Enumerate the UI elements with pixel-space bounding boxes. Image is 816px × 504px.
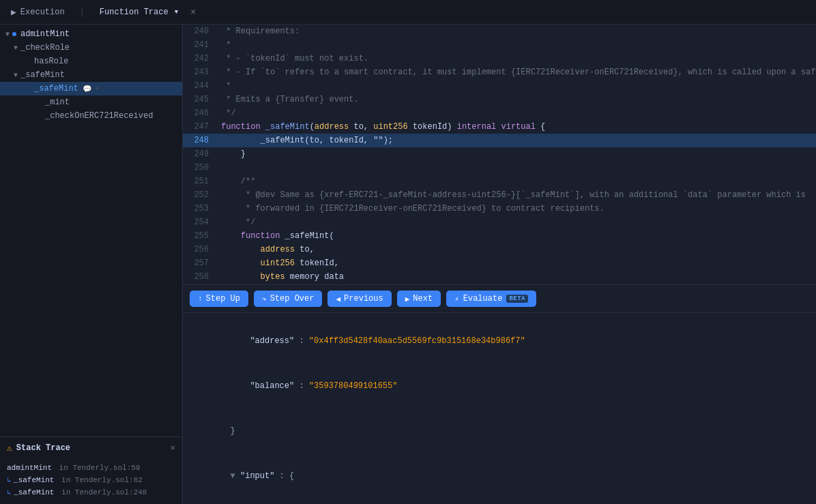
- code-line-257: 257 uint256 tokenId,: [183, 256, 816, 270]
- json-to-line: "to" : "0x4ff3d5428f40aac5d5569fc9b31516…: [191, 499, 808, 504]
- evaluate-label: Evaluate: [463, 294, 503, 303]
- execution-tab[interactable]: ▶ Execution: [5, 4, 70, 20]
- data-panel[interactable]: "address" : "0x4ff3d5428f40aac5d5569fc9b…: [183, 313, 816, 504]
- function-trace-tab[interactable]: Function Trace ▼ ×: [94, 4, 204, 20]
- left-panel: ▼ admintMint ▼ _checkRole hasRole ▼ _saf…: [0, 25, 183, 504]
- tree-label-safeMint2: _safeMint: [34, 84, 78, 93]
- next-label: Next: [413, 294, 433, 303]
- stack-item-0[interactable]: admintMint in Tenderly.sol:59: [0, 462, 182, 474]
- stack-trace-items: admintMint in Tenderly.sol:59 ↳ _safeMin…: [0, 459, 182, 504]
- code-line-251: 251 /**: [183, 175, 816, 188]
- code-line-245: 245 * Emits a {Transfer} event.: [183, 93, 816, 106]
- step-over-label: Step Over: [270, 294, 315, 303]
- code-line-249: 249 }: [183, 147, 816, 161]
- tree-item-admintMint[interactable]: ▼ admintMint: [0, 27, 182, 41]
- code-line-256: 256 address to,: [183, 243, 816, 256]
- stack-arrow-1: ↳: [7, 476, 11, 484]
- stack-fn-1: _safeMint: [14, 476, 54, 484]
- json-balance-line: "balance" : "3593780499101655": [191, 364, 808, 409]
- expand-arrow: ▼: [14, 72, 18, 79]
- chat-icon: 💬: [83, 85, 92, 93]
- json-address-line: "address" : "0x4ff3d5428f40aac5d5569fc9b…: [191, 318, 808, 364]
- stack-trace-header: ⚠ Stack Trace ×: [0, 437, 182, 459]
- stack-trace-close-button[interactable]: ×: [170, 443, 175, 454]
- code-editor[interactable]: 240 * Requirements: 241 * 242 * - `token…: [183, 25, 816, 284]
- execution-label: Execution: [20, 8, 65, 17]
- tree-label-mint: _mint: [45, 98, 70, 107]
- json-input-open: ▼ "input" : {: [191, 454, 808, 499]
- code-line-255: 255 function _safeMint(: [183, 229, 816, 243]
- code-line-250: 250: [183, 161, 816, 175]
- warning-icon: ⚠: [7, 443, 12, 454]
- tree-label-safeMint1: _safeMint: [20, 70, 65, 80]
- stack-trace-title: Stack Trace: [16, 443, 70, 453]
- stack-fn-2: _safeMint: [14, 488, 54, 496]
- code-line-248: 248 _safeMint(to, tokenId, "");: [183, 134, 816, 147]
- stack-loc-2: in Tenderly.sol:248: [57, 488, 147, 496]
- code-line-258: 258 bytes memory data: [183, 270, 816, 284]
- tree-label-hasRole: hasRole: [34, 57, 68, 66]
- json-close-brace-1: }: [191, 409, 808, 454]
- code-line-252: 252 * @dev Same as {xref-ERC721-_safeMin…: [183, 188, 816, 202]
- top-bar: ▶ Execution | Function Trace ▼ ×: [0, 0, 816, 25]
- step-over-button[interactable]: ↷ Step Over: [254, 291, 322, 307]
- stack-fn-0: admintMint: [7, 464, 52, 472]
- code-line-242: 242 * - `tokenId` must not exist.: [183, 52, 816, 65]
- code-line-240: 240 * Requirements:: [183, 25, 816, 38]
- chevron-down-icon: ▼: [175, 9, 178, 16]
- tree-item-safeMint1[interactable]: ▼ _safeMint: [0, 68, 182, 82]
- tree-label-checkRole: _checkRole: [20, 43, 70, 53]
- code-line-244: 244 *: [183, 79, 816, 93]
- tree-label-admintMint: admintMint: [20, 29, 70, 39]
- function-trace-tree: ▼ admintMint ▼ _checkRole hasRole ▼ _saf…: [0, 25, 182, 436]
- code-line-243: 243 * - If `to` refers to a smart contra…: [183, 65, 816, 79]
- next-button[interactable]: ▶ Next: [397, 291, 441, 307]
- step-up-icon: ↑: [198, 295, 203, 303]
- evaluate-icon: ⚡: [454, 295, 459, 303]
- right-panel: 240 * Requirements: 241 * 242 * - `token…: [183, 25, 816, 504]
- tree-label-checkOnERC721Received: _checkOnERC721Received: [45, 111, 153, 121]
- execution-icon: ▶: [11, 7, 16, 18]
- tree-item-hasRole[interactable]: hasRole: [0, 55, 182, 68]
- expand-arrow: ▼: [14, 44, 18, 52]
- code-line-241: 241 *: [183, 38, 816, 52]
- stack-loc-0: in Tenderly.sol:59: [55, 464, 140, 472]
- tree-item-safeMint2[interactable]: _safeMint 💬 +: [0, 82, 182, 95]
- previous-button[interactable]: ◀ Previous: [327, 291, 391, 307]
- function-trace-close[interactable]: ×: [188, 7, 199, 18]
- tree-item-checkOnERC721Received[interactable]: _checkOnERC721Received: [0, 109, 182, 123]
- function-trace-label: Function Trace: [100, 8, 169, 17]
- step-up-label: Step Up: [206, 294, 240, 303]
- stack-item-1[interactable]: ↳ _safeMint in Tenderly.sol:62: [0, 474, 182, 486]
- stack-arrow-2: ↳: [7, 488, 11, 496]
- main-layout: ▼ admintMint ▼ _checkRole hasRole ▼ _saf…: [0, 25, 816, 504]
- code-line-253: 253 * forwarded in {IERC721Receiver-onER…: [183, 202, 816, 216]
- tree-item-checkRole[interactable]: ▼ _checkRole: [0, 41, 182, 55]
- tree-item-mint[interactable]: _mint: [0, 95, 182, 109]
- code-line-246: 246 */: [183, 106, 816, 120]
- evaluate-button[interactable]: ⚡ Evaluate BETA: [446, 291, 536, 307]
- stack-trace-section: ⚠ Stack Trace × admintMint in Tenderly.s…: [0, 436, 182, 504]
- previous-label: Previous: [344, 294, 383, 303]
- previous-icon: ◀: [336, 295, 340, 303]
- expand-arrow: ▼: [5, 31, 10, 38]
- beta-badge: BETA: [506, 295, 528, 303]
- next-icon: ▶: [405, 295, 410, 303]
- action-bar: ↑ Step Up ↷ Step Over ◀ Previous ▶ Next …: [183, 284, 816, 313]
- tree-node-dot: [12, 32, 16, 36]
- step-over-icon: ↷: [262, 295, 267, 303]
- stack-loc-1: in Tenderly.sol:62: [57, 476, 142, 484]
- code-line-254: 254 */: [183, 216, 816, 229]
- plus-icon: +: [95, 85, 100, 93]
- step-up-button[interactable]: ↑ Step Up: [190, 291, 248, 307]
- code-line-247: 247 function _safeMint(address to, uint2…: [183, 120, 816, 134]
- stack-item-2[interactable]: ↳ _safeMint in Tenderly.sol:248: [0, 486, 182, 499]
